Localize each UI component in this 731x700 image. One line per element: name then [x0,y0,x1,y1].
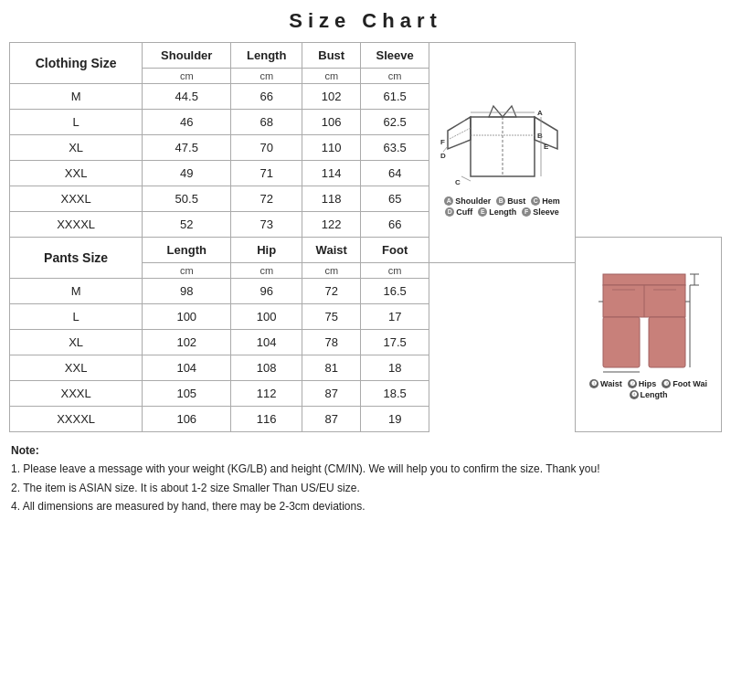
clothing-size-XXXL: XXXL [10,186,143,212]
shirt-legend-B: B Bust [496,196,525,206]
clothing-col-measurement: A B E F C D A Shoulder B Bust C [429,43,576,263]
clothing-size-M: M [10,84,143,110]
pants-unit-hip: cm [231,263,302,279]
pants-col-length: Length [143,238,231,263]
pants-legend-2: ❷ Hips [628,379,657,388]
svg-line-14 [461,176,471,181]
clothing-size-XXL: XXL [10,161,143,186]
clothing-size-L: L [10,110,143,135]
svg-text:A: A [537,109,543,117]
clothing-unit-sleeve: cm [361,69,429,84]
pants-legend: ❶ Waist ❷ Hips ❸ Foot Wai ❹ Length [579,379,717,399]
pants-size-XXXL: XXXL [10,381,143,407]
pants-size-M: M [10,279,143,304]
pants-col-foot: Foot [361,238,429,263]
pants-unit-length: cm [143,263,231,279]
clothing-row-XXXXL: XXXXL 52 73 122 66 [10,212,722,238]
pants-size-XXL: XXL [10,355,143,381]
clothing-row-XXL: XXL 49 71 114 64 [10,161,722,186]
clothing-unit-shoulder: cm [143,69,231,84]
svg-rect-21 [649,317,685,367]
note-line-3: 4. All dimensions are measured by hand, … [11,500,366,513]
note-line-2: 2. The item is ASIAN size. It is about 1… [11,482,360,494]
svg-line-12 [448,128,471,140]
size-chart-table: Clothing Size Shoulder Length Bust Sleev… [9,42,722,432]
clothing-size-XL: XL [10,135,143,161]
clothing-row-M: M 44.5 66 102 61.5 [10,84,722,110]
pants-col-measurement: ❶ Waist ❷ Hips ❸ Foot Wai ❹ Length [576,238,722,432]
pants-legend-3: ❸ Foot Wai [662,379,707,388]
pants-legend-4: ❹ Length [630,390,668,399]
shirt-legend-A: A Shoulder [444,196,491,206]
clothing-row-L: L 46 68 106 62.5 [10,110,722,135]
clothing-header-row: Clothing Size Shoulder Length Bust Sleev… [10,43,722,69]
clothing-col-length: Length [231,43,302,69]
pants-unit-foot: cm [361,263,429,279]
svg-rect-18 [603,274,685,285]
svg-marker-1 [489,106,503,117]
svg-text:D: D [440,152,446,160]
svg-marker-2 [503,106,516,117]
page-title: Size Chart [9,9,722,33]
clothing-unit-length: cm [231,69,302,84]
pants-diagram [585,270,713,375]
pants-col-hip: Hip [231,238,302,263]
clothing-row-XL: XL 47.5 70 110 63.5 [10,135,722,161]
pants-size-L: L [10,304,143,330]
notes-title: Note: [11,444,39,457]
shirt-legend-D: D Cuff [445,207,472,217]
clothing-col-shoulder: Shoulder [143,43,231,69]
note-line-1: 1. Please leave a message with your weig… [11,462,600,475]
pants-section-label: Pants Size [10,238,143,279]
clothing-unit-bust: cm [302,69,361,84]
pants-legend-1: ❶ Waist [589,379,622,388]
shirt-legend: A Shoulder B Bust C Hem D Cuff E Length … [433,196,571,217]
pants-col-waist: Waist [302,238,361,263]
clothing-row-XXXL: XXXL 50.5 72 118 65 [10,186,722,212]
svg-marker-3 [448,117,471,149]
svg-text:F: F [440,138,445,146]
clothing-size-XXXXL: XXXXL [10,212,143,238]
shirt-legend-C: C Hem [531,196,560,206]
shirt-legend-E: E Length [478,207,516,217]
shirt-legend-F: F Sleeve [522,207,559,217]
pants-size-XXXXL: XXXXL [10,407,143,432]
svg-text:E: E [544,143,549,151]
clothing-col-sleeve: Sleeve [361,43,429,69]
svg-rect-20 [603,317,640,367]
pants-unit-waist: cm [302,263,361,279]
clothing-col-bust: Bust [302,43,361,69]
svg-text:B: B [537,132,543,140]
svg-text:C: C [455,178,461,186]
pants-header-row: Pants Size Length Hip Waist Foot [10,238,722,263]
clothing-section-label: Clothing Size [10,43,143,84]
pants-size-XL: XL [10,330,143,355]
notes-section: Note: 1. Please leave a message with you… [9,438,722,520]
shirt-diagram: A B E F C D [439,90,567,190]
